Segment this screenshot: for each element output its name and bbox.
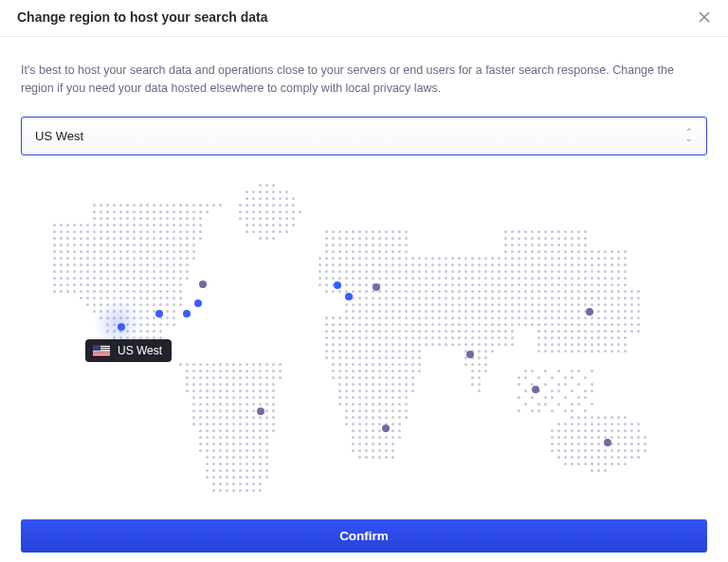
region-marker-af-south[interactable] [382,425,390,432]
us-flag-icon [93,345,110,356]
region-marker-eu-central[interactable] [373,283,380,291]
select-stepper-icon: ⌃⌄ [685,129,693,142]
region-marker-us-central[interactable] [155,310,163,317]
region-marker-au-east[interactable] [604,439,611,446]
region-marker-us-west[interactable] [118,323,125,331]
region-marker-us-east-b[interactable] [194,299,202,307]
description-text: It's best to host your search data and o… [21,62,707,98]
region-marker-us-east-a[interactable] [183,310,191,317]
region-marker-asia-south[interactable] [466,351,474,358]
region-marker-sa-east[interactable] [257,408,264,415]
region-marker-eu-west-a[interactable] [334,281,341,289]
confirm-button[interactable]: Confirm [21,519,707,553]
region-select-value: US West [35,129,83,143]
confirm-button-label: Confirm [339,529,389,543]
region-map: US West [21,163,707,504]
region-select[interactable]: US West ⌃⌄ [21,117,707,155]
confirm-bar: Confirm [21,519,707,553]
tooltip-label: US West [118,344,162,357]
selected-region-tooltip: US West [85,339,172,362]
region-marker-canada-east[interactable] [199,281,207,288]
dialog-title: Change region to host your search data [17,9,268,25]
dialog-header: Change region to host your search data [0,0,728,37]
region-marker-eu-west-b[interactable] [345,293,353,300]
dialog-content: It's best to host your search data and o… [0,37,728,514]
region-marker-asia-se[interactable] [532,386,539,393]
region-marker-asia-east[interactable] [586,308,593,316]
close-icon[interactable] [698,10,711,24]
world-map-dots [21,163,707,504]
